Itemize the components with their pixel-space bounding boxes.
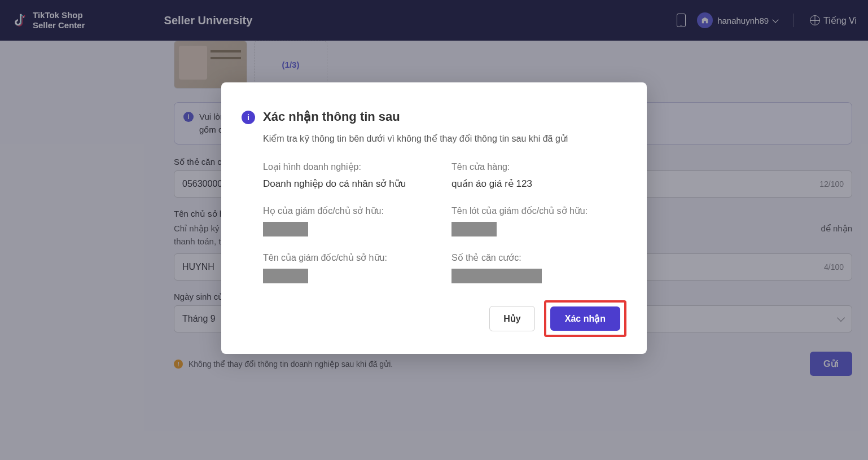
modal-title: Xác nhận thông tin sau xyxy=(263,109,400,124)
middle-name-label: Tên lót của giám đốc/chủ sở hữu: xyxy=(451,205,626,216)
store-name-value: quần áo giá rẻ 123 xyxy=(451,178,626,190)
id-card-redacted xyxy=(451,269,542,283)
id-card-label: Số thẻ căn cước: xyxy=(451,252,626,263)
info-icon: i xyxy=(242,111,255,124)
confirm-highlight: Xác nhận xyxy=(544,300,626,337)
confirmation-modal: i Xác nhận thông tin sau Kiểm tra kỹ thô… xyxy=(221,82,647,354)
first-name-label: Tên của giám đốc/chủ sở hữu: xyxy=(263,252,438,263)
modal-subtitle: Kiểm tra kỹ thông tin bên dưới vì không … xyxy=(263,132,626,146)
last-name-redacted xyxy=(263,222,308,236)
store-name-label: Tên cửa hàng: xyxy=(451,161,626,172)
last-name-label: Họ của giám đốc/chủ sở hữu: xyxy=(263,205,438,216)
confirm-button[interactable]: Xác nhận xyxy=(550,306,620,331)
business-type-label: Loại hình doanh nghiệp: xyxy=(263,161,438,172)
business-type-value: Doanh nghiệp do cá nhân sở hữu xyxy=(263,178,438,190)
cancel-button[interactable]: Hủy xyxy=(489,306,534,331)
modal-overlay: i Xác nhận thông tin sau Kiểm tra kỹ thô… xyxy=(0,0,868,460)
first-name-redacted xyxy=(263,269,308,283)
middle-name-redacted xyxy=(451,222,497,236)
